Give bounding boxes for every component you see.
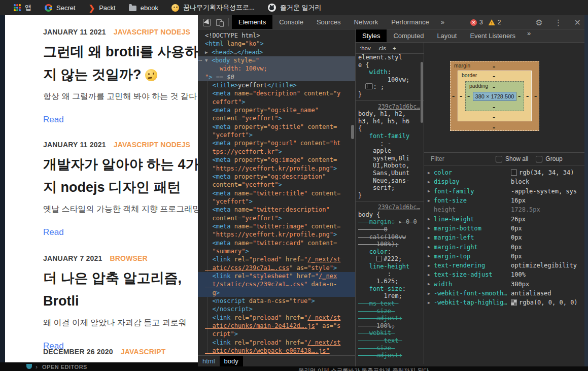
stylesheet-link[interactable]: 239c7a1d6bc… [356, 204, 424, 211]
tab-layout[interactable]: Layout [430, 29, 463, 42]
style-rule-line[interactable]: size- [356, 345, 424, 352]
computed-prop-row[interactable]: height1728.5px [424, 205, 588, 214]
dom-tree-line[interactable]: <link rel="preload" href="/_next/st [198, 255, 355, 263]
chevron-right-icon[interactable]: › [36, 363, 38, 370]
style-rule-line[interactable]: } [356, 192, 424, 199]
style-rule-line[interactable]: Sans,Ubunt [356, 170, 424, 177]
dom-tree-line[interactable]: <link rel="preload" href="/_next/st [198, 339, 355, 347]
filter-input[interactable]: Filter [424, 155, 496, 162]
post-tags[interactable]: JAVASCRIPT [121, 348, 166, 356]
computed-prop-row[interactable]: ▶margin-right0px [424, 242, 588, 251]
inspect-icon[interactable] [203, 19, 211, 26]
dom-tree-line[interactable]: <meta property="og:image" content= [198, 156, 355, 164]
style-rule-line[interactable]: element.styl [356, 54, 424, 61]
style-rule-line[interactable]: : [356, 271, 424, 278]
dom-tree-line[interactable]: ▶<head>…</head> [198, 48, 355, 56]
style-rule-line[interactable]: : - [356, 140, 424, 148]
post-tags[interactable]: BROWSER [110, 254, 148, 262]
style-rule-line[interactable]: : ; [356, 83, 424, 91]
style-rule-line[interactable]: margin: ▸ 0 0 [356, 218, 424, 226]
style-rule-line[interactable]: #222; [356, 255, 424, 263]
console-badges[interactable]: ✕ 3 ! 2 [470, 19, 501, 26]
style-rule-line[interactable]: line-height [356, 263, 424, 271]
overflow-menu-icon[interactable]: ⋯ [198, 56, 201, 64]
dom-tree-line[interactable]: ceffort"> [198, 98, 355, 106]
computed-prop-row[interactable]: ▶text-renderingoptimizelegibility [424, 261, 588, 270]
dom-tree-line[interactable]: <link rel="preload" href="/_next/st [198, 314, 355, 322]
style-rule-line[interactable]: UI,Roboto, [356, 162, 424, 170]
computed-prop-row[interactable]: ▶margin-left0px [424, 233, 588, 242]
dom-tree-line[interactable]: atic/chunks/main-2e4142d….js" as="s [198, 322, 355, 330]
dom-tree-line[interactable]: <meta name="twitter:title" content= [198, 189, 355, 197]
style-rule-line[interactable]: size- [356, 308, 424, 315]
style-rule-line[interactable]: 0 [356, 226, 424, 233]
elements-scrollbar[interactable] [351, 125, 354, 139]
expand-arrow-icon[interactable]: ▶ [205, 48, 212, 56]
bookmark-item[interactable]: ❯Packt [82, 0, 122, 15]
style-edit-input[interactable] [365, 83, 373, 89]
dom-tree-line[interactable]: atic/css/239c7a1….css" as="style"> [198, 264, 355, 272]
dom-tree-line[interactable]: <html lang="ko"> [198, 40, 355, 48]
post-title[interactable]: 더 나은 압축 알고리즘, Brotli [43, 267, 198, 313]
style-rule-line[interactable]: body, h1, h2, [356, 110, 424, 118]
style-rule-line[interactable]: e { [356, 61, 424, 69]
bookmark-item[interactable]: 앱 [7, 0, 38, 15]
style-rule-line[interactable]: system,Bli [356, 155, 424, 162]
collapse-arrow-icon[interactable]: ▼ [205, 56, 212, 64]
style-rule-line[interactable]: 100%; [356, 322, 424, 330]
computed-prop-row[interactable]: ▶width380px [424, 280, 588, 289]
computed-prop-row[interactable]: ▶-webkit-font-smooth…antialiased [424, 289, 588, 298]
kebab-menu-icon[interactable]: ⋮ [555, 18, 563, 27]
bookmark-item[interactable]: Secret [38, 0, 82, 15]
stylesheet-link[interactable]: 239c7a1d6bc… [356, 103, 424, 111]
computed-prop-row[interactable]: ▶-webkit-tap-highlig…rgba(0, 0, 0, 0) [424, 298, 588, 307]
box-model-diagram[interactable]: margin border padding 380 × 1728.500 ---… [450, 61, 539, 131]
tab-styles[interactable]: Styles [356, 29, 387, 42]
style-rule-line[interactable]: h3, h4, h5, h6 [356, 118, 424, 125]
more-sidebar-tabs-button[interactable]: » [522, 29, 536, 42]
post-title[interactable]: ES2021 미리보기 [43, 360, 198, 362]
style-rule-line[interactable]: color: [356, 248, 424, 256]
dom-tree-line[interactable]: "> == $0 [198, 73, 355, 81]
dom-tree-line[interactable]: tps://yceffort.kr"> [198, 148, 355, 156]
gear-icon[interactable]: ⚙ [535, 18, 542, 27]
dom-tree-line[interactable]: <meta property="og:site_name" [198, 106, 355, 114]
open-editors-label[interactable]: OPEN EDITORS [42, 364, 87, 370]
dom-tree-line[interactable]: width: 100vw; [198, 64, 355, 73]
computed-prop-row[interactable]: ▶font-family-apple-system, sys [424, 187, 588, 196]
style-rule-line[interactable]: body { [356, 211, 424, 219]
style-rule-line[interactable]: apple- [356, 147, 424, 155]
dom-tree-line[interactable]: <title>yceffort</title> [198, 81, 355, 89]
style-rule-line[interactable]: text- [356, 337, 424, 345]
dom-tree-line[interactable]: t/static/css/239c7a1….css" data-n- [198, 280, 355, 288]
style-rule-line[interactable]: -webkit- [356, 329, 424, 337]
crumb-body[interactable]: body [220, 356, 243, 366]
style-rule-line[interactable]: calc(100vw [356, 233, 424, 241]
post-tags[interactable]: JAVASCRIPT NODEJS [114, 141, 190, 149]
post-tags[interactable]: JAVASCRIPT NODEJS [114, 28, 190, 36]
read-link[interactable]: Read [43, 115, 198, 125]
dom-tree-line[interactable]: cript"> [198, 330, 355, 338]
tab-event-listeners[interactable]: Event Listeners [463, 29, 522, 42]
dom-tree-line[interactable]: <meta name="twitter:description" [198, 206, 355, 214]
pseudo-toggle-cls[interactable]: .cls [377, 45, 386, 51]
style-rule-line[interactable]: 100vw; [356, 76, 424, 84]
dom-tree-line[interactable]: "summary"> [198, 247, 355, 255]
style-rule-line[interactable]: font-family [356, 132, 424, 140]
device-toolbar-icon[interactable] [216, 18, 223, 26]
style-rule-line[interactable]: { [356, 125, 424, 132]
dom-tree-line[interactable]: <!DOCTYPE html> [198, 31, 355, 40]
close-icon[interactable]: ✕ [574, 18, 581, 27]
read-link[interactable]: Read [43, 227, 198, 238]
dom-tree-line[interactable]: "https://yceffort.kr/profile.png"> [198, 230, 355, 239]
dom-tree-line[interactable]: <link rel="stylesheet" href="/_nex [198, 272, 355, 280]
computed-prop-row[interactable]: ▶text-size-adjust100% [424, 270, 588, 279]
bookmark-item[interactable]: 즐거운 일거리 [261, 0, 328, 15]
bookmark-item[interactable]: ebook [122, 0, 165, 15]
style-rule-line[interactable]: serif; [356, 184, 424, 192]
dom-tree-line[interactable]: <meta name="twitter:image" content= [198, 222, 355, 230]
style-rule-line[interactable]: — 100%); [356, 241, 424, 248]
style-rule-line[interactable]: 1rem; [356, 292, 424, 300]
style-rule-line[interactable]: adjust: [356, 315, 424, 322]
color-swatch[interactable] [376, 256, 382, 261]
